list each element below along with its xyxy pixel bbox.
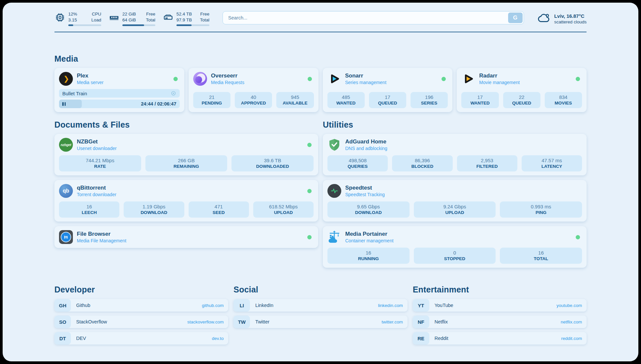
link-name: Netflix (435, 319, 448, 324)
weather-widget: Lviv, 16.87°C scattered clouds (537, 11, 587, 26)
link-youtube[interactable]: YT YouTube youtube.com (413, 299, 587, 312)
disk-free-label: Free (200, 11, 209, 17)
now-playing-title: Bullet Train (62, 91, 87, 96)
link-netflix[interactable]: NF Netflix netflix.com (413, 316, 587, 328)
link-name: LinkedIn (255, 303, 273, 308)
stat-stopped: 0STOPPED (414, 248, 496, 264)
playback-time: 24:44 / 02:06:47 (141, 101, 180, 106)
stat-queued: 17QUEUED (369, 92, 406, 108)
disk-icon (163, 12, 174, 23)
service-card-plex[interactable]: ❯ Plex Media server Bullet Train (54, 68, 184, 112)
stat-download: 9.65 GbpsDOWNLOAD (327, 201, 410, 218)
status-online-dot (307, 143, 312, 147)
cpu-load-value: 3.15 (68, 17, 77, 23)
service-card-radarr[interactable]: Radarr Movie management 17WANTED 22QUEUE… (457, 68, 587, 112)
app-name: Sonarr (345, 73, 438, 79)
link-url: linkedin.com (378, 303, 403, 308)
app-name: NZBGet (77, 138, 303, 145)
link-abbr: YT (413, 299, 429, 312)
overseerr-icon (193, 72, 207, 86)
status-online-dot (442, 77, 446, 81)
cast-session-icon[interactable] (170, 90, 176, 96)
status-online-dot (308, 77, 312, 81)
portainer-icon (327, 230, 341, 244)
stat-ping: 0.993 msPING (500, 201, 582, 218)
cpu-usage-value: 12% (68, 11, 77, 17)
link-url: twitter.com (382, 319, 403, 324)
cloud-icon (537, 11, 551, 26)
service-card-overseerr[interactable]: Overseerr Media Requests 21PENDING 40APP… (189, 68, 319, 112)
stat-wanted: 17WANTED (461, 92, 499, 108)
service-card-sonarr[interactable]: Sonarr Series management 485WANTED 17QUE… (323, 68, 453, 112)
link-url: dev.to (212, 336, 224, 341)
pause-icon (62, 102, 66, 106)
sonarr-icon (327, 72, 341, 86)
cpu-label: CPU (91, 11, 101, 17)
link-stackoverflow[interactable]: SO StackOverflow stackoverflow.com (54, 316, 228, 328)
filebrowser-icon (59, 230, 73, 244)
service-card-portainer[interactable]: Media Portainer Container management 16R… (323, 226, 587, 268)
stat-running: 16RUNNING (327, 248, 410, 264)
service-card-speedtest[interactable]: Speedtest Speedtest Tracking 9.65 GbpsDO… (323, 180, 587, 222)
service-card-filebrowser[interactable]: File Browser Media File Management (54, 226, 318, 248)
stat-remaining: 266 GBREMAINING (145, 155, 228, 171)
header: 12% 3.15 CPU Load (54, 11, 587, 26)
app-subtitle: Movie management (479, 80, 572, 85)
stat-queued: 22QUEUED (503, 92, 540, 108)
section-title-media: Media (54, 54, 587, 64)
link-twitter[interactable]: TW Twitter twitter.com (233, 316, 407, 328)
link-linkedin[interactable]: LI LinkedIn linkedin.com (233, 299, 407, 312)
service-card-qbittorrent[interactable]: qb qBittorrent Torrent downloader 16LEEC… (54, 180, 318, 222)
search-bar: G (223, 11, 524, 24)
link-abbr: SO (54, 316, 71, 328)
section-title-utilities: Utilities (323, 120, 587, 130)
link-name: Reddit (435, 336, 448, 341)
stat-pending: 21PENDING (193, 92, 230, 108)
link-github[interactable]: GH Github github.com (54, 299, 228, 312)
radarr-icon (461, 72, 475, 86)
ram-free-value: 22 GiB (122, 11, 136, 17)
app-name: Media Portainer (345, 231, 572, 237)
app-subtitle: Speedtest Tracking (345, 192, 582, 197)
link-url: youtube.com (557, 303, 582, 308)
stat-upload: 9.24 GbpsUPLOAD (414, 201, 496, 218)
link-dev[interactable]: DT DEV dev.to (54, 332, 228, 345)
section-developer: Developer GH Github github.com SO StackO… (54, 285, 228, 345)
app-subtitle: Usenet downloader (77, 146, 303, 151)
link-abbr: TW (233, 316, 250, 328)
speedtest-icon (327, 184, 341, 198)
link-reddit[interactable]: RE Reddit reddit.com (413, 332, 587, 345)
section-title-entertainment: Entertainment (413, 285, 587, 294)
service-card-adguard[interactable]: AdGuard Home DNS and adblocking 498,508Q… (323, 134, 587, 175)
adguard-icon (327, 138, 341, 152)
stat-leech: 16LEECH (59, 201, 119, 218)
link-abbr: GH (54, 299, 71, 312)
stat-available: 945AVAILABLE (276, 92, 314, 108)
search-input[interactable] (223, 11, 524, 24)
link-url: netflix.com (561, 319, 582, 324)
app-subtitle: DNS and adblocking (345, 146, 582, 151)
section-social: Social LI LinkedIn linkedin.com TW Twitt… (233, 285, 407, 345)
google-search-button[interactable]: G (508, 13, 523, 23)
plex-icon: ❯ (59, 72, 73, 86)
section-title-developer: Developer (54, 285, 228, 294)
stat-movies: 834MOVIES (545, 92, 582, 108)
link-name: DEV (76, 336, 86, 341)
cpu-icon (54, 12, 66, 23)
weather-location-temp: Lviv, 16.87°C (554, 13, 587, 19)
ram-progress-bar (122, 24, 155, 26)
ram-icon (108, 12, 120, 23)
service-card-nzbget[interactable]: nzbget NZBGet Usenet downloader 744.21 M… (54, 134, 318, 175)
app-name: File Browser (77, 231, 303, 237)
section-title-documents: Documents & Files (54, 120, 318, 130)
disk-total-label: Total (200, 17, 209, 23)
app-name: Speedtest (345, 185, 582, 191)
stat-upload: 618.52 MbpsUPLOAD (253, 201, 314, 218)
stat-download: 1.19 GbpsDOWNLOAD (124, 201, 184, 218)
app-name: AdGuard Home (345, 138, 582, 145)
disk-free-value: 52.4 TB (176, 11, 192, 17)
metric-ram: 22 GiB 64 GiB Free Total (108, 11, 155, 26)
nzbget-icon: nzbget (59, 138, 73, 152)
link-url: reddit.com (561, 336, 582, 341)
status-online-dot (173, 77, 178, 81)
